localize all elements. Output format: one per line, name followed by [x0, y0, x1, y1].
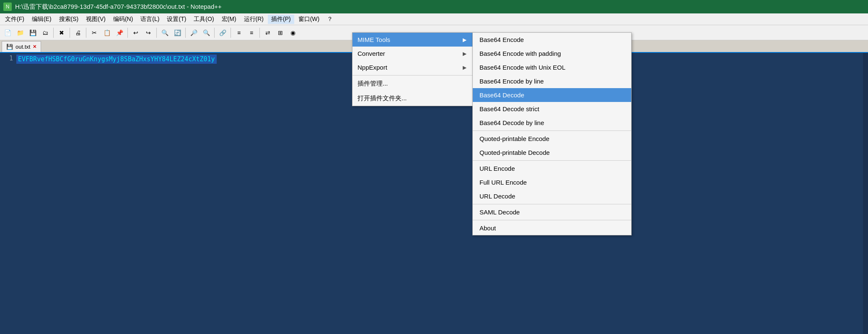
sep9 [259, 28, 260, 38]
wrap-button[interactable]: ⇄ [262, 27, 274, 39]
popup-converter[interactable]: Converter ▶ [352, 47, 473, 60]
code-line-1: EVFBRvefHSBCfG0ruGnKnygsMyj8SBaZHxsYHY84… [16, 55, 217, 64]
submenu-url-decode[interactable]: URL Decode [473, 189, 631, 203]
paste-button[interactable]: 📌 [114, 27, 125, 39]
popup-plugin-manager[interactable]: 插件管理... [352, 76, 473, 91]
submenu-base64-encode-by-line[interactable]: Base64 Encode by line [473, 74, 631, 88]
menu-run[interactable]: 运行(R) [241, 15, 267, 24]
popup-plugin-manager-label: 插件管理... [358, 80, 388, 88]
app-icon: N [3, 3, 12, 11]
submenu-sep-1 [473, 130, 631, 131]
sep3 [86, 28, 86, 38]
editor-area: 1 EVFBRvefHSBCfG0ruGnKnygsMyj8SBaZHxsYHY… [0, 53, 352, 334]
submenu-sep-4 [473, 220, 631, 220]
close-button[interactable]: ✖ [56, 27, 67, 39]
submenu-base64-encode-padding[interactable]: Base64 Encode with padding [473, 47, 631, 60]
plugins-popup-menu: MIME Tools ▶ Converter ▶ NppExport ▶ 插件管… [352, 32, 474, 106]
submenu-qp-decode[interactable]: Quoted-printable Decode [473, 146, 631, 159]
submenu-sep-3 [473, 204, 631, 204]
undo-button[interactable]: ↩ [130, 27, 142, 39]
find-button[interactable]: 🔍 [159, 27, 171, 39]
tab-save-icon: 💾 [6, 44, 13, 50]
menu-file[interactable]: 文件(F) [2, 15, 28, 24]
menu-macro[interactable]: 宏(M) [218, 15, 240, 24]
popup-nppexport[interactable]: NppExport ▶ [352, 60, 473, 74]
focus-button[interactable]: ◉ [287, 27, 299, 39]
sep4 [127, 28, 128, 38]
tab-out-txt[interactable]: 💾 out.txt ✕ [2, 41, 41, 52]
menu-settings[interactable]: 设置(T) [163, 15, 189, 24]
popup-open-plugin-folder[interactable]: 打开插件文件夹... [352, 91, 473, 106]
menu-search[interactable]: 搜索(S) [56, 15, 82, 24]
sep7 [214, 28, 215, 38]
menu-plugins[interactable]: 插件(P) [268, 15, 294, 24]
split-button[interactable]: ⊞ [275, 27, 286, 39]
submenu-about[interactable]: About [473, 221, 631, 235]
submenu-base64-decode-by-line[interactable]: Base64 Decode by line [473, 116, 631, 130]
open-button[interactable]: 📁 [14, 27, 26, 39]
sep5 [156, 28, 157, 38]
sep1 [53, 28, 54, 38]
menu-view[interactable]: 视图(V) [83, 15, 109, 24]
sep8 [231, 28, 231, 38]
submenu-full-url-encode[interactable]: Full URL Encode [473, 175, 631, 189]
line-number-1: 1 [3, 55, 13, 62]
zoom-in-button[interactable]: 🔎 [188, 27, 200, 39]
window-title: H:\迅雷下载\b2ca8799-13d7-45df-a707-94373bf2… [15, 3, 222, 11]
submenu-base64-encode[interactable]: Base64 Encode [473, 33, 631, 47]
popup-converter-label: Converter [358, 50, 385, 57]
indent-button[interactable]: ≡ [233, 27, 245, 39]
editor-content[interactable]: EVFBRvefHSBCfG0ruGnKnygsMyj8SBaZHxsYHY84… [15, 53, 352, 65]
popup-nppexport-label: NppExport [358, 64, 387, 71]
sync-button[interactable]: 🔗 [217, 27, 228, 39]
menu-edit[interactable]: 编辑(E) [29, 15, 55, 24]
copy-button[interactable]: 📋 [101, 27, 113, 39]
zoom-out-button[interactable]: 🔍 [200, 27, 212, 39]
submenu-base64-decode[interactable]: Base64 Decode [473, 88, 631, 102]
popup-converter-arrow: ▶ [463, 51, 466, 57]
popup-nppexport-arrow: ▶ [463, 65, 466, 70]
scrollbar-vertical[interactable] [863, 53, 868, 334]
save-button[interactable]: 💾 [27, 27, 39, 39]
menu-language[interactable]: 语言(L) [137, 15, 163, 24]
line-numbers: 1 [0, 53, 15, 64]
cut-button[interactable]: ✂ [88, 27, 100, 39]
replace-button[interactable]: 🔄 [171, 27, 183, 39]
menu-window[interactable]: 窗口(W) [295, 15, 323, 24]
tab-close-button[interactable]: ✕ [33, 44, 36, 50]
popup-mime-tools-arrow: ▶ [463, 37, 466, 43]
print-button[interactable]: 🖨 [72, 27, 84, 39]
submenu-url-encode[interactable]: URL Encode [473, 162, 631, 175]
popup-open-plugin-folder-label: 打开插件文件夹... [358, 94, 407, 102]
popup-mime-tools[interactable]: MIME Tools ▶ [352, 33, 473, 47]
sep6 [185, 28, 186, 38]
submenu-base64-encode-unix-eol[interactable]: Base64 Encode with Unix EOL [473, 60, 631, 74]
outdent-button[interactable]: ≡ [246, 27, 257, 39]
title-bar: N H:\迅雷下载\b2ca8799-13d7-45df-a707-94373b… [0, 0, 868, 13]
menu-bar: 文件(F) 编辑(E) 搜索(S) 视图(V) 编码(N) 语言(L) 设置(T… [0, 13, 868, 25]
sep2 [70, 28, 70, 38]
popup-sep-1 [352, 75, 473, 76]
redo-button[interactable]: ↪ [143, 27, 154, 39]
menu-tools[interactable]: 工具(O) [190, 15, 217, 24]
popup-mime-tools-label: MIME Tools [358, 36, 390, 43]
mime-tools-popup-menu: Base64 Encode Base64 Encode with padding… [472, 32, 632, 235]
menu-help[interactable]: ？ [324, 15, 336, 24]
submenu-base64-decode-strict[interactable]: Base64 Decode strict [473, 102, 631, 116]
new-button[interactable]: 📄 [2, 27, 13, 39]
tab-label: out.txt [16, 44, 30, 50]
submenu-saml-decode[interactable]: SAML Decode [473, 205, 631, 219]
menu-encoding[interactable]: 编码(N) [110, 15, 136, 24]
save-all-button[interactable]: 🗂 [39, 27, 51, 39]
submenu-sep-2 [473, 160, 631, 161]
submenu-qp-encode[interactable]: Quoted-printable Encode [473, 132, 631, 146]
